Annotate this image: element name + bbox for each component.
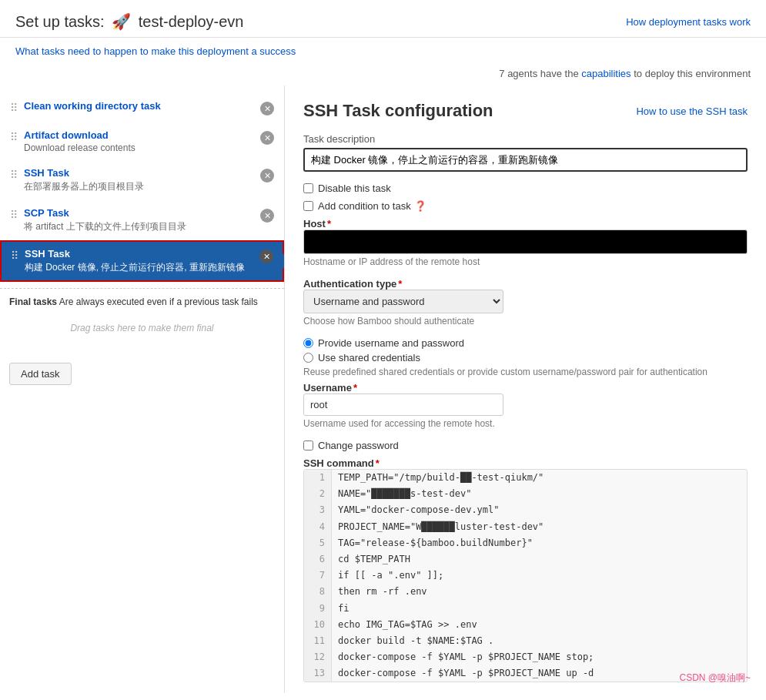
agents-prefix: 7 agents have the	[499, 68, 578, 79]
line-code: TEMP_PATH="/tmp/build-██-test-qiukm/"	[332, 470, 550, 486]
task-item-ssh1[interactable]: ⠿ SSH Task 在部署服务器上的项目根目录 ✕	[0, 160, 284, 200]
config-panel: SSH Task configuration How to use the SS…	[285, 85, 766, 693]
task-item-artifact[interactable]: ⠿ Artifact download Download release con…	[0, 122, 284, 160]
main-layout: ⠿ Clean working directory task ✕ ⠿ Artif…	[0, 85, 766, 693]
add-condition-checkbox[interactable]	[303, 201, 313, 211]
line-number: 9	[304, 601, 332, 617]
line-code: docker build -t $NAME:$TAG .	[332, 633, 500, 649]
line-code: docker-compose -f $YAML -p $PROJECT_NAME…	[332, 649, 600, 665]
line-number: 8	[304, 584, 332, 600]
rocket-icon: 🚀	[112, 12, 131, 31]
line-code: cd $TEMP_PATH	[332, 551, 416, 568]
page-header: Set up tasks: 🚀 test-deploy-evn How depl…	[0, 0, 766, 38]
task-item-scp[interactable]: ⠿ SCP Task 将 artifact 上下载的文件上传到项目目录 ✕	[0, 200, 284, 240]
ssh-command-label: SSH command	[303, 457, 748, 469]
host-input[interactable]	[303, 229, 748, 254]
line-number: 1	[304, 470, 332, 486]
code-line-6: 6 cd $TEMP_PATH	[304, 551, 747, 568]
task-item-ssh2[interactable]: ⠿ SSH Task 构建 Docker 镜像, 停止之前运行的容器, 重新跑新…	[0, 240, 284, 282]
shared-creds-radio[interactable]	[303, 353, 313, 363]
username-label: Username	[303, 382, 748, 394]
help-deployment-link[interactable]: How deployment tasks work	[626, 16, 751, 28]
radio-provide-password: Provide username and password	[303, 337, 748, 349]
provide-creds-radio[interactable]	[303, 338, 313, 348]
config-panel-header: SSH Task configuration How to use the SS…	[303, 101, 748, 121]
add-condition-label: Add condition to task	[318, 200, 411, 212]
disable-task-checkbox[interactable]	[303, 183, 313, 193]
task-info: SCP Task 将 artifact 上下载的文件上传到项目目录	[24, 207, 260, 233]
code-line-2: 2 NAME="███████s-test-dev"	[304, 486, 747, 502]
task-info: SSH Task 构建 Docker 镜像, 停止之前运行的容器, 重新跑新镜像	[25, 248, 259, 274]
line-code: echo IMG_TAG=$TAG >> .env	[332, 617, 483, 633]
code-line-4: 4 PROJECT_NAME="W██████luster-test-dev"	[304, 519, 747, 535]
shared-creds-label: Use shared credentials	[318, 352, 420, 363]
code-line-12: 12 docker-compose -f $YAML -p $PROJECT_N…	[304, 649, 747, 665]
task-name: SCP Task	[24, 207, 260, 219]
line-number: 7	[304, 568, 332, 584]
add-task-button[interactable]: Add task	[9, 363, 72, 385]
code-line-1: 1 TEMP_PATH="/tmp/build-██-test-qiukm/"	[304, 470, 747, 486]
task-info: Artifact download Download release conte…	[24, 129, 260, 153]
subtitle-suffix: to make this deployment a success	[140, 45, 296, 57]
task-remove-btn[interactable]: ✕	[260, 169, 274, 183]
add-condition-row: Add condition to task ❓	[303, 200, 748, 212]
task-info: Clean working directory task	[24, 100, 260, 112]
task-description-label: Task description	[303, 133, 748, 145]
watermark: CSDN @嗅油啊~	[679, 672, 751, 685]
task-remove-btn[interactable]: ✕	[259, 250, 273, 263]
code-line-10: 10 echo IMG_TAG=$TAG >> .env	[304, 617, 747, 633]
task-desc: 在部署服务器上的项目根目录	[24, 180, 260, 193]
subtitle-highlight: happen	[104, 45, 137, 57]
change-password-checkbox[interactable]	[303, 440, 313, 450]
line-number: 11	[304, 633, 332, 649]
page-title: Set up tasks: 🚀 test-deploy-evn	[15, 12, 244, 31]
disable-task-row: Disable this task	[303, 183, 748, 194]
line-number: 2	[304, 486, 332, 502]
line-code: fi	[332, 601, 355, 617]
task-desc: Download release contents	[24, 142, 260, 153]
agents-suffix: to deploy this environment	[634, 68, 751, 79]
line-number: 4	[304, 519, 332, 535]
condition-help-icon[interactable]: ❓	[414, 200, 426, 212]
task-item-clean[interactable]: ⠿ Clean working directory task ✕	[0, 93, 284, 122]
final-tasks-label: Final tasks	[9, 296, 57, 307]
line-number: 3	[304, 502, 332, 518]
drag-handle: ⠿	[11, 250, 18, 262]
code-line-11: 11 docker build -t $NAME:$TAG .	[304, 633, 747, 649]
code-line-3: 3 YAML="docker-compose-dev.yml"	[304, 502, 747, 518]
task-remove-btn[interactable]: ✕	[260, 209, 274, 223]
task-description-group: Task description	[303, 133, 748, 172]
ssh-help-link[interactable]: How to use the SSH task	[636, 106, 748, 117]
host-helper: Hostname or IP address of the remote hos…	[303, 256, 748, 267]
task-list: ⠿ Clean working directory task ✕ ⠿ Artif…	[0, 93, 284, 282]
line-number: 10	[304, 617, 332, 633]
username-group: Username Username used for accessing the…	[303, 382, 748, 429]
line-code: if [[ -a ".env" ]];	[332, 568, 450, 584]
subtitle: What tasks need to happen to make this d…	[0, 38, 766, 65]
auth-radio-group: Provide username and password Use shared…	[303, 337, 748, 377]
task-remove-btn[interactable]: ✕	[260, 131, 274, 145]
shared-cred-helper: Reuse predefined shared credentials or p…	[303, 367, 748, 377]
username-input[interactable]	[303, 394, 503, 416]
auth-type-select[interactable]: Username and passwordSSH key	[303, 290, 503, 313]
title-prefix: Set up tasks:	[15, 13, 105, 30]
config-panel-title: SSH Task configuration	[303, 101, 493, 121]
change-password-row: Change password	[303, 440, 748, 451]
line-code: NAME="███████s-test-dev"	[332, 486, 477, 502]
disable-task-label: Disable this task	[318, 183, 391, 194]
host-label: Host	[303, 218, 748, 229]
radio-shared-creds: Use shared credentials	[303, 352, 748, 363]
code-line-9: 9 fi	[304, 601, 747, 617]
task-info: SSH Task 在部署服务器上的项目根目录	[24, 167, 260, 193]
task-name: SSH Task	[25, 248, 259, 260]
line-code: TAG="release-${bamboo.buildNumber}"	[332, 535, 539, 551]
capabilities-link[interactable]: capabilities	[581, 68, 631, 79]
line-number: 6	[304, 551, 332, 568]
code-line-7: 7 if [[ -a ".env" ]];	[304, 568, 747, 584]
project-name: test-deploy-evn	[139, 13, 244, 30]
line-number: 12	[304, 649, 332, 665]
task-remove-btn[interactable]: ✕	[260, 102, 274, 116]
username-helper: Username used for accessing the remote h…	[303, 418, 748, 429]
auth-helper: Choose how Bamboo should authenticate	[303, 316, 748, 327]
task-description-input[interactable]	[303, 148, 748, 172]
